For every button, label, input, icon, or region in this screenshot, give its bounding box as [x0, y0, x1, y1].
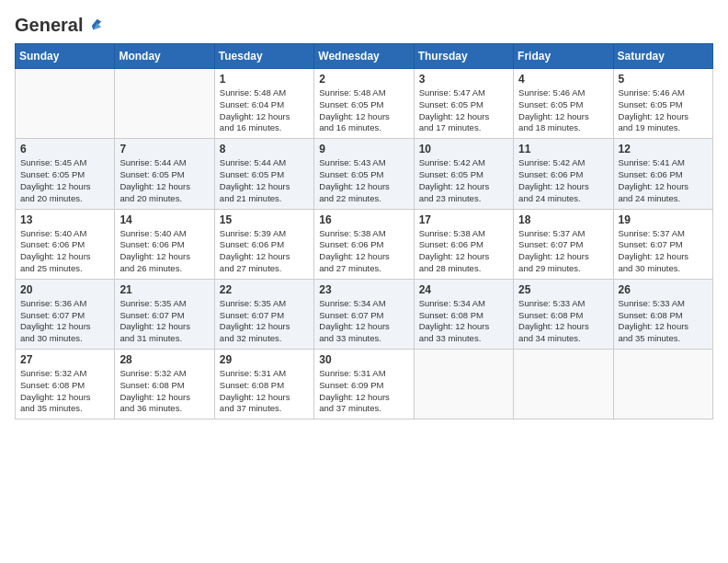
day-info: Sunrise: 5:42 AM Sunset: 6:06 PM Dayligh…	[518, 157, 608, 204]
calendar-cell	[414, 350, 513, 419]
day-info: Sunrise: 5:40 AM Sunset: 6:06 PM Dayligh…	[119, 228, 209, 275]
day-number: 9	[319, 143, 408, 155]
calendar-cell: 10Sunrise: 5:42 AM Sunset: 6:05 PM Dayli…	[414, 139, 513, 209]
day-info: Sunrise: 5:36 AM Sunset: 6:07 PM Dayligh…	[20, 298, 109, 345]
weekday-header-wednesday: Wednesday	[314, 44, 414, 69]
calendar-cell: 21Sunrise: 5:35 AM Sunset: 6:07 PM Dayli…	[115, 279, 214, 349]
calendar-cell: 6Sunrise: 5:45 AM Sunset: 6:05 PM Daylig…	[16, 139, 115, 209]
day-info: Sunrise: 5:40 AM Sunset: 6:06 PM Dayligh…	[20, 228, 109, 275]
day-info: Sunrise: 5:43 AM Sunset: 6:05 PM Dayligh…	[319, 157, 408, 204]
day-number: 2	[319, 73, 408, 86]
day-number: 25	[518, 283, 608, 296]
day-number: 5	[619, 73, 708, 86]
day-info: Sunrise: 5:44 AM Sunset: 6:05 PM Dayligh…	[220, 157, 309, 204]
day-number: 17	[419, 213, 508, 226]
calendar-cell: 8Sunrise: 5:44 AM Sunset: 6:05 PM Daylig…	[214, 139, 313, 209]
day-number: 21	[119, 283, 209, 296]
day-info: Sunrise: 5:32 AM Sunset: 6:08 PM Dayligh…	[119, 368, 209, 415]
day-number: 23	[319, 283, 408, 296]
day-info: Sunrise: 5:31 AM Sunset: 6:08 PM Dayligh…	[220, 368, 309, 415]
day-info: Sunrise: 5:42 AM Sunset: 6:05 PM Dayligh…	[419, 157, 508, 204]
day-info: Sunrise: 5:46 AM Sunset: 6:05 PM Dayligh…	[518, 87, 608, 134]
day-number: 8	[220, 143, 309, 155]
day-number: 16	[319, 213, 408, 226]
calendar-cell: 25Sunrise: 5:33 AM Sunset: 6:08 PM Dayli…	[514, 279, 613, 349]
calendar-cell: 28Sunrise: 5:32 AM Sunset: 6:08 PM Dayli…	[115, 350, 214, 419]
day-info: Sunrise: 5:48 AM Sunset: 6:04 PM Dayligh…	[220, 87, 309, 134]
logo-general: General	[15, 15, 83, 36]
day-number: 13	[20, 213, 109, 226]
day-info: Sunrise: 5:37 AM Sunset: 6:07 PM Dayligh…	[518, 228, 608, 275]
calendar-cell: 7Sunrise: 5:44 AM Sunset: 6:05 PM Daylig…	[115, 139, 214, 209]
day-info: Sunrise: 5:41 AM Sunset: 6:06 PM Dayligh…	[619, 157, 708, 204]
calendar-cell: 16Sunrise: 5:38 AM Sunset: 6:06 PM Dayli…	[314, 209, 414, 279]
calendar-week-row: 1Sunrise: 5:48 AM Sunset: 6:04 PM Daylig…	[16, 69, 713, 139]
calendar-week-row: 13Sunrise: 5:40 AM Sunset: 6:06 PM Dayli…	[16, 209, 713, 279]
logo-bird-icon	[86, 16, 107, 36]
calendar-week-row: 27Sunrise: 5:32 AM Sunset: 6:08 PM Dayli…	[16, 350, 713, 419]
calendar-week-row: 6Sunrise: 5:45 AM Sunset: 6:05 PM Daylig…	[16, 139, 713, 209]
day-number: 10	[419, 143, 508, 155]
day-info: Sunrise: 5:31 AM Sunset: 6:09 PM Dayligh…	[319, 368, 408, 415]
weekday-header-tuesday: Tuesday	[214, 44, 313, 69]
day-info: Sunrise: 5:38 AM Sunset: 6:06 PM Dayligh…	[419, 228, 508, 275]
day-number: 3	[419, 73, 508, 86]
calendar-cell	[16, 69, 115, 139]
weekday-header-friday: Friday	[514, 44, 613, 69]
calendar-cell: 30Sunrise: 5:31 AM Sunset: 6:09 PM Dayli…	[314, 350, 414, 419]
day-info: Sunrise: 5:32 AM Sunset: 6:08 PM Dayligh…	[20, 368, 109, 415]
day-info: Sunrise: 5:38 AM Sunset: 6:06 PM Dayligh…	[319, 228, 408, 275]
calendar-cell: 1Sunrise: 5:48 AM Sunset: 6:04 PM Daylig…	[214, 69, 313, 139]
calendar-cell	[115, 69, 214, 139]
day-number: 30	[319, 353, 408, 366]
logo: General	[15, 15, 107, 32]
calendar-cell	[613, 350, 712, 419]
calendar-cell: 4Sunrise: 5:46 AM Sunset: 6:05 PM Daylig…	[514, 69, 613, 139]
calendar-cell: 2Sunrise: 5:48 AM Sunset: 6:05 PM Daylig…	[314, 69, 414, 139]
weekday-header-sunday: Sunday	[16, 44, 115, 69]
day-info: Sunrise: 5:48 AM Sunset: 6:05 PM Dayligh…	[319, 87, 408, 134]
day-info: Sunrise: 5:34 AM Sunset: 6:08 PM Dayligh…	[419, 298, 508, 345]
day-number: 7	[119, 143, 209, 155]
calendar-cell: 15Sunrise: 5:39 AM Sunset: 6:06 PM Dayli…	[214, 209, 313, 279]
calendar-cell: 18Sunrise: 5:37 AM Sunset: 6:07 PM Dayli…	[514, 209, 613, 279]
calendar-cell: 20Sunrise: 5:36 AM Sunset: 6:07 PM Dayli…	[16, 279, 115, 349]
day-info: Sunrise: 5:45 AM Sunset: 6:05 PM Dayligh…	[20, 157, 109, 204]
day-number: 14	[119, 213, 209, 226]
day-number: 28	[119, 353, 209, 366]
calendar-cell: 17Sunrise: 5:38 AM Sunset: 6:06 PM Dayli…	[414, 209, 513, 279]
calendar-cell: 19Sunrise: 5:37 AM Sunset: 6:07 PM Dayli…	[613, 209, 712, 279]
calendar-cell: 29Sunrise: 5:31 AM Sunset: 6:08 PM Dayli…	[214, 350, 313, 419]
day-number: 4	[518, 73, 608, 86]
day-number: 19	[619, 213, 708, 226]
calendar-cell: 13Sunrise: 5:40 AM Sunset: 6:06 PM Dayli…	[16, 209, 115, 279]
day-number: 12	[619, 143, 708, 155]
weekday-header-monday: Monday	[115, 44, 214, 69]
calendar-cell: 9Sunrise: 5:43 AM Sunset: 6:05 PM Daylig…	[314, 139, 414, 209]
weekday-header-thursday: Thursday	[414, 44, 513, 69]
day-number: 24	[419, 283, 508, 296]
day-number: 20	[20, 283, 109, 296]
calendar-cell: 11Sunrise: 5:42 AM Sunset: 6:06 PM Dayli…	[514, 139, 613, 209]
day-number: 29	[220, 353, 309, 366]
calendar-cell	[514, 350, 613, 419]
calendar-cell: 27Sunrise: 5:32 AM Sunset: 6:08 PM Dayli…	[16, 350, 115, 419]
day-info: Sunrise: 5:33 AM Sunset: 6:08 PM Dayligh…	[619, 298, 708, 345]
page-header: General	[15, 15, 713, 32]
weekday-header-saturday: Saturday	[613, 44, 712, 69]
day-number: 22	[220, 283, 309, 296]
day-info: Sunrise: 5:44 AM Sunset: 6:05 PM Dayligh…	[119, 157, 209, 204]
day-info: Sunrise: 5:46 AM Sunset: 6:05 PM Dayligh…	[619, 87, 708, 134]
day-info: Sunrise: 5:35 AM Sunset: 6:07 PM Dayligh…	[119, 298, 209, 345]
calendar-table: SundayMondayTuesdayWednesdayThursdayFrid…	[15, 43, 713, 419]
calendar-header-row: SundayMondayTuesdayWednesdayThursdayFrid…	[16, 44, 713, 69]
day-info: Sunrise: 5:33 AM Sunset: 6:08 PM Dayligh…	[518, 298, 608, 345]
day-info: Sunrise: 5:34 AM Sunset: 6:07 PM Dayligh…	[319, 298, 408, 345]
day-number: 11	[518, 143, 608, 155]
day-number: 15	[220, 213, 309, 226]
day-info: Sunrise: 5:35 AM Sunset: 6:07 PM Dayligh…	[220, 298, 309, 345]
day-info: Sunrise: 5:47 AM Sunset: 6:05 PM Dayligh…	[419, 87, 508, 134]
day-number: 27	[20, 353, 109, 366]
day-number: 1	[220, 73, 309, 86]
day-number: 6	[20, 143, 109, 155]
